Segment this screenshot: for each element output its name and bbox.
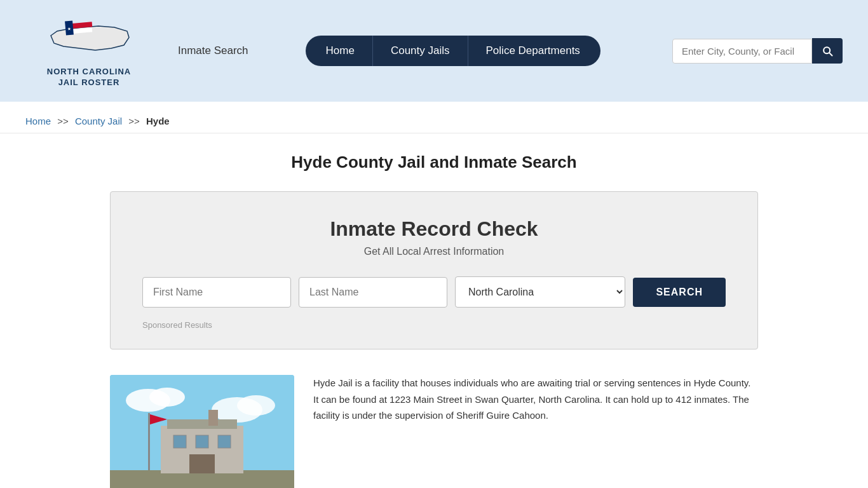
jail-image	[110, 375, 294, 488]
svg-point-7	[149, 388, 185, 407]
record-check-subtitle: Get All Local Arrest Information	[142, 246, 726, 257]
svg-rect-15	[218, 435, 231, 448]
header-search-input[interactable]	[672, 39, 812, 64]
svg-text:★: ★	[67, 27, 72, 32]
breadcrumb-current: Hyde	[146, 116, 170, 126]
record-check-title: Inmate Record Check	[142, 217, 726, 241]
svg-rect-14	[196, 435, 208, 448]
breadcrumb: Home >> County Jail >> Hyde	[25, 116, 843, 126]
breadcrumb-county-jail-link[interactable]: County Jail	[75, 116, 122, 126]
nav-police-departments-button[interactable]: Police Departments	[468, 36, 600, 66]
breadcrumb-bar: Home >> County Jail >> Hyde	[0, 102, 868, 133]
header-search-button[interactable]	[812, 38, 843, 64]
svg-rect-12	[167, 419, 237, 429]
nc-logo[interactable]: ★	[48, 13, 130, 64]
site-header: ★ NORTH CAROLINA JAIL ROSTER Inmate Sear…	[0, 0, 868, 102]
record-check-box: Inmate Record Check Get All Local Arrest…	[110, 191, 758, 349]
info-text: Hyde Jail is a facility that houses indi…	[313, 375, 758, 424]
svg-rect-13	[173, 435, 186, 448]
sponsored-label: Sponsored Results	[142, 320, 726, 330]
page-title: Hyde County Jail and Inmate Search	[110, 152, 758, 172]
nav-home-button[interactable]: Home	[306, 36, 372, 66]
state-select[interactable]: AlabamaAlaskaArizonaArkansasCaliforniaCo…	[455, 276, 625, 308]
last-name-input[interactable]	[299, 277, 447, 308]
svg-rect-16	[189, 454, 215, 473]
main-content: Hyde County Jail and Inmate Search Inmat…	[85, 133, 783, 488]
jail-building-illustration	[110, 375, 294, 488]
breadcrumb-separator-1: >>	[57, 116, 69, 126]
svg-rect-17	[208, 410, 218, 426]
info-section: Hyde Jail is a facility that houses indi…	[110, 375, 758, 488]
logo-text: NORTH CAROLINA JAIL ROSTER	[47, 67, 131, 88]
header-search-area	[672, 38, 843, 64]
breadcrumb-separator-2: >>	[128, 116, 140, 126]
search-form-row: AlabamaAlaskaArizonaArkansasCaliforniaCo…	[142, 276, 726, 308]
first-name-input[interactable]	[142, 277, 291, 308]
record-search-button[interactable]: SEARCH	[633, 278, 726, 307]
svg-rect-18	[148, 413, 150, 470]
main-nav: Home County Jails Police Departments	[306, 36, 600, 66]
breadcrumb-home-link[interactable]: Home	[25, 116, 51, 126]
svg-point-9	[237, 395, 275, 416]
search-icon	[821, 44, 834, 57]
nav-county-jails-button[interactable]: County Jails	[372, 36, 468, 66]
logo-area: ★ NORTH CAROLINA JAIL ROSTER	[25, 13, 153, 88]
inmate-search-link[interactable]: Inmate Search	[178, 44, 248, 57]
